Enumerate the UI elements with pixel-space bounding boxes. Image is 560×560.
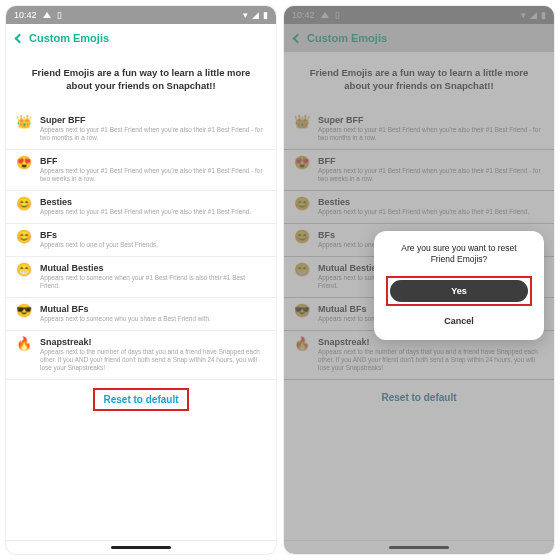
warning-icon — [43, 12, 51, 18]
row-desc: Appears next to your #1 Best Friend when… — [40, 208, 266, 216]
archive-icon: ▯ — [57, 10, 62, 20]
wifi-icon: ▾ — [243, 10, 248, 20]
list-item[interactable]: 😎 Mutual BFs Appears next to someone who… — [6, 298, 276, 331]
emoji-icon: 😍 — [16, 156, 32, 183]
row-desc: Appears next to someone who you share a … — [40, 315, 266, 323]
dialog-message: Are you sure you want to reset Friend Em… — [386, 243, 532, 266]
row-title: Mutual Besties — [40, 263, 266, 273]
yes-button[interactable]: Yes — [390, 280, 528, 302]
home-handle[interactable] — [111, 546, 171, 549]
list-item[interactable]: 😊 Besties Appears next to your #1 Best F… — [6, 191, 276, 224]
intro-text: Friend Emojis are a fun way to learn a l… — [6, 52, 276, 109]
confirm-dialog: Are you sure you want to reset Friend Em… — [374, 231, 544, 340]
emoji-icon: 😁 — [16, 263, 32, 290]
row-desc: Appears next to someone when your #1 Bes… — [40, 274, 266, 290]
battery-icon: ▮ — [263, 10, 268, 20]
row-desc: Appears next to your #1 Best Friend when… — [40, 126, 266, 142]
list-item[interactable]: 🔥 Snapstreak! Appears next to the number… — [6, 331, 276, 380]
cancel-button[interactable]: Cancel — [386, 312, 532, 330]
back-icon[interactable] — [15, 33, 25, 43]
reset-to-default-button[interactable]: Reset to default — [93, 388, 188, 411]
list-item[interactable]: 😁 Mutual Besties Appears next to someone… — [6, 257, 276, 298]
row-title: Snapstreak! — [40, 337, 266, 347]
status-bar: 10:42 ▯ ▾ ◢ ▮ — [6, 6, 276, 24]
row-desc: Appears next to one of your Best Friends… — [40, 241, 266, 249]
row-title: BFs — [40, 230, 266, 240]
row-desc: Appears next to your #1 Best Friend when… — [40, 167, 266, 183]
page-title: Custom Emojis — [29, 32, 109, 44]
title-bar: Custom Emojis — [6, 24, 276, 52]
row-title: BFF — [40, 156, 266, 166]
emoji-icon: 🔥 — [16, 337, 32, 372]
row-title: Mutual BFs — [40, 304, 266, 314]
signal-icon: ◢ — [252, 10, 259, 20]
list-item[interactable]: 😍 BFF Appears next to your #1 Best Frien… — [6, 150, 276, 191]
emoji-icon: 👑 — [16, 115, 32, 142]
row-desc: Appears next to the number of days that … — [40, 348, 266, 372]
clock: 10:42 — [14, 10, 37, 20]
list-item[interactable]: 😊 BFs Appears next to one of your Best F… — [6, 224, 276, 257]
emoji-icon: 😊 — [16, 197, 32, 216]
nav-bar — [6, 540, 276, 554]
emoji-list: 👑 Super BFF Appears next to your #1 Best… — [6, 109, 276, 540]
list-item[interactable]: 👑 Super BFF Appears next to your #1 Best… — [6, 109, 276, 150]
row-title: Super BFF — [40, 115, 266, 125]
phone-right: 10:42 ▯ ▾ ◢ ▮ Custom Emojis Friend Emoji… — [284, 6, 554, 554]
emoji-icon: 😎 — [16, 304, 32, 323]
emoji-icon: 😊 — [16, 230, 32, 249]
row-title: Besties — [40, 197, 266, 207]
phone-left: 10:42 ▯ ▾ ◢ ▮ Custom Emojis Friend Emoji… — [6, 6, 276, 554]
